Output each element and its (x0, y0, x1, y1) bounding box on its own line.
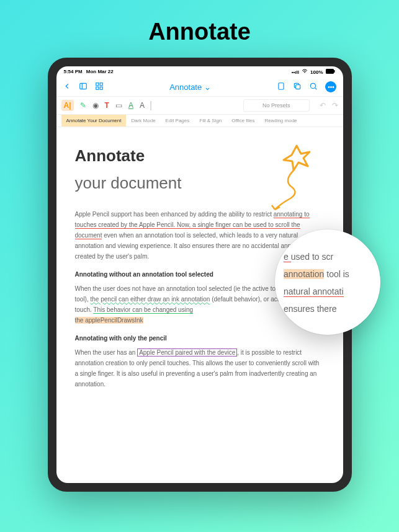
svg-rect-7 (100, 87, 102, 89)
svg-rect-2 (79, 83, 86, 89)
svg-rect-6 (96, 87, 98, 89)
nav-title[interactable]: Annotate ⌄ (169, 82, 211, 92)
svg-rect-9 (296, 84, 300, 89)
section-heading-2: Annotating with only the pencil (75, 333, 325, 344)
paragraph-3: When the user has an Apple Pencil paired… (75, 347, 325, 389)
status-time: 5:54 PM (64, 69, 83, 75)
tab-editpages[interactable]: Edit Pages (161, 115, 195, 126)
highlight-annotation: the applePencilDrawsInk (75, 317, 143, 324)
star-doodle-annotation (262, 136, 318, 211)
svg-rect-8 (279, 82, 284, 89)
magnifier-overlay: e used to scr annotation tool is natural… (275, 229, 380, 335)
nav-bar: Annotate ⌄ ••• (56, 78, 343, 97)
status-bar: 5:54 PM Mon Mar 22 ••ıll 100% (56, 66, 343, 78)
wifi-icon (302, 69, 308, 75)
back-icon[interactable] (63, 82, 71, 92)
battery-text: 100% (310, 69, 323, 75)
more-button[interactable]: ••• (325, 81, 336, 92)
tab-office[interactable]: Office files (226, 115, 259, 126)
sidebar-icon[interactable] (79, 82, 87, 92)
wavy-annotation: the pencil can either draw an ink annota… (91, 296, 210, 303)
pages-icon[interactable] (277, 82, 285, 92)
copy-icon[interactable] (293, 82, 302, 92)
eraser-tool[interactable]: ◉ (92, 101, 99, 110)
hero-title: Annotate (0, 0, 399, 58)
status-date: Mon Mar 22 (86, 69, 114, 75)
tab-darkmode[interactable]: Dark Mode (126, 115, 160, 126)
tab-reading[interactable]: Reading mode (260, 115, 302, 126)
svg-rect-1 (334, 70, 335, 73)
box-annotation: Apple Pencil paired with the device (137, 348, 237, 357)
svg-rect-5 (100, 82, 102, 85)
underline-tool[interactable]: A (128, 101, 133, 110)
text-tool[interactable]: T (105, 101, 109, 110)
battery-icon (326, 69, 336, 75)
tool-bar: A| ✎ ◉ T ▭ A A | No Presets ↶ ↷ (56, 97, 343, 115)
svg-rect-0 (326, 69, 334, 74)
svg-point-10 (311, 83, 316, 88)
highlighter-tool[interactable]: A| (61, 100, 74, 111)
pen-tool[interactable]: ✎ (80, 101, 86, 110)
grid-icon[interactable] (95, 82, 104, 92)
tab-annotate[interactable]: Annotate Your Document (61, 115, 127, 126)
redo-icon[interactable]: ↷ (332, 101, 338, 110)
comment-tool[interactable]: ▭ (115, 101, 122, 110)
svg-line-11 (315, 87, 317, 89)
svg-rect-4 (96, 82, 98, 85)
font-tool[interactable]: A (140, 101, 145, 110)
tab-bar: Annotate Your Document Dark Mode Edit Pa… (56, 115, 343, 127)
green-underline-annotation: This behavior can be changed using (93, 306, 193, 314)
tab-fillsign[interactable]: Fill & Sign (194, 115, 226, 126)
presets-label[interactable]: No Presets (243, 99, 310, 112)
signal-icon: ••ıll (292, 69, 299, 75)
undo-icon[interactable]: ↶ (320, 101, 326, 110)
search-icon[interactable] (309, 82, 318, 92)
